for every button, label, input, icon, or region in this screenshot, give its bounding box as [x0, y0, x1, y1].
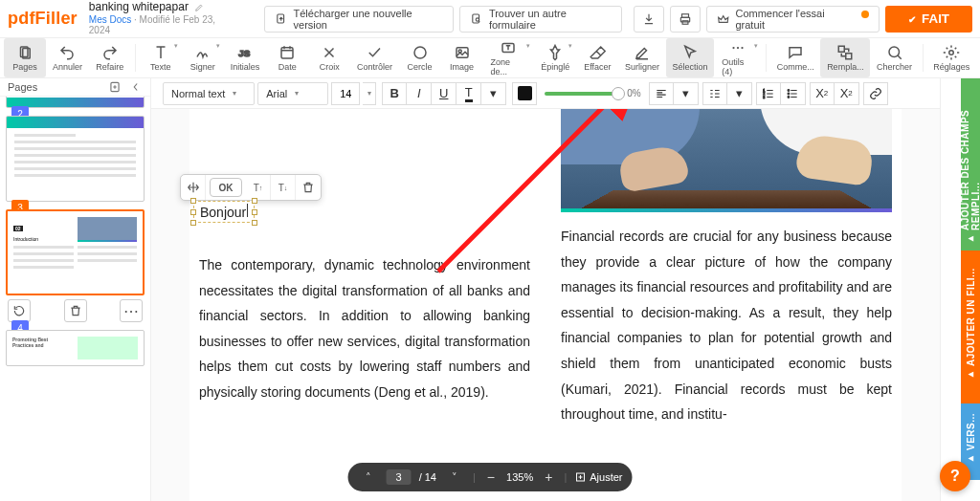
line-spacing-icon — [708, 87, 722, 100]
text-tool[interactable]: Texte▾ — [140, 38, 182, 77]
document-meta: Mes Docs · Modifié le Feb 23, 2024 — [89, 14, 234, 36]
align-left-button[interactable] — [649, 82, 674, 105]
svg-point-16 — [742, 47, 744, 49]
page-current[interactable]: 3 — [396, 471, 402, 483]
highlight-icon — [634, 44, 651, 61]
text-decrease-button[interactable]: T↓ — [271, 175, 296, 200]
link-icon — [869, 87, 882, 100]
italic-button[interactable]: I — [407, 82, 432, 105]
font-select[interactable]: Arial▾ — [257, 82, 328, 105]
comment-icon — [787, 44, 804, 61]
erase-tool[interactable]: Effacer — [576, 38, 618, 77]
pages-panel-label: Pages — [8, 81, 37, 93]
page-thumb-3[interactable]: 3 02Introduction ⋯ — [6, 209, 145, 322]
underline-button[interactable]: U — [432, 82, 457, 105]
zoom-in-button[interactable]: + — [541, 469, 556, 485]
list-bullet-icon — [786, 87, 799, 100]
doc-column-1: The contemporary, dynamic technology env… — [199, 252, 530, 427]
textzone-tool[interactable]: Zone de...▾ — [483, 38, 535, 77]
sub-button[interactable]: X2 — [835, 82, 859, 105]
text-color-dropdown[interactable]: ▾ — [481, 82, 506, 105]
download-button[interactable] — [634, 6, 664, 33]
link-button[interactable] — [863, 82, 888, 105]
replace-tool[interactable]: Rempla... — [820, 38, 870, 77]
fit-icon — [574, 471, 586, 483]
check-tool[interactable]: Contrôler — [350, 38, 398, 77]
font-size-input[interactable]: 14 — [331, 82, 360, 105]
upload-version-button[interactable]: Télécharger une nouvelle version — [264, 6, 454, 33]
cross-tool[interactable]: Croix — [308, 38, 350, 77]
tools-more[interactable]: Outils (4)▾ — [714, 38, 762, 77]
sign-icon — [194, 44, 212, 61]
next-page-button[interactable]: ˅ — [444, 467, 465, 488]
select-tool[interactable]: Sélection — [666, 38, 714, 77]
align-drop[interactable]: ▾ — [674, 82, 699, 105]
text-style-select[interactable]: Normal text▾ — [163, 82, 255, 105]
collapse-icon[interactable] — [129, 80, 143, 94]
pencil-icon[interactable] — [194, 3, 204, 12]
font-size-dropdown[interactable]: ▾ — [363, 82, 376, 105]
circle-tool[interactable]: Cercle — [399, 38, 441, 77]
date-tool[interactable]: Date — [266, 38, 308, 77]
fit-button[interactable]: Ajuster — [574, 471, 622, 483]
list-bullet-button[interactable] — [781, 82, 806, 105]
textbox-delete-button[interactable] — [296, 175, 321, 200]
bold-button[interactable]: B — [382, 82, 407, 105]
mydocs-link[interactable]: Mes Docs — [89, 14, 131, 25]
print-icon — [679, 12, 692, 26]
rail-add-fields[interactable]: ▸ AJOUTER DES CHAMPS REMPLI... — [961, 78, 980, 250]
page-thumb-2[interactable]: 2 — [6, 116, 145, 202]
rail-add-watermark[interactable]: ▸ AJOUTER UN FILI... — [961, 250, 980, 403]
rotate-page-button[interactable] — [8, 299, 31, 322]
doc-photo — [561, 109, 892, 212]
comment-tool[interactable]: Comme... — [770, 38, 820, 77]
initials-tool[interactable]: JSInitiales — [224, 38, 266, 77]
redo-tool[interactable]: Refaire — [89, 38, 131, 77]
svg-point-25 — [788, 93, 790, 95]
logo[interactable]: pdfFiller — [8, 9, 78, 29]
add-page-icon[interactable] — [108, 80, 122, 94]
doc-column-2: Financial records are crucial for any bu… — [561, 224, 892, 427]
check-icon — [366, 44, 383, 61]
text-increase-button[interactable]: T↑ — [246, 175, 271, 200]
swatch-button[interactable] — [512, 82, 537, 105]
highlight-tool[interactable]: Surligner — [618, 38, 666, 77]
sign-tool[interactable]: Signer▾ — [182, 38, 224, 77]
textbox-ok-button[interactable]: OK — [210, 178, 242, 197]
spacing-drop[interactable]: ▾ — [727, 82, 752, 105]
page-nav-bar: ˄ 3 / 14 ˅ | − 135% + | Ajuster — [348, 463, 633, 491]
prev-page-button[interactable]: ˄ — [358, 467, 379, 488]
start-trial-button[interactable]: Commencer l'essai gratuit — [706, 6, 880, 33]
undo-tool[interactable]: Annuler — [46, 38, 89, 77]
search-icon — [886, 44, 903, 61]
list-num-button[interactable]: 123 — [756, 82, 781, 105]
opacity-slider[interactable]: 0% — [545, 88, 640, 98]
line-spacing-button[interactable] — [702, 82, 727, 105]
done-button[interactable]: FAIT — [885, 6, 972, 33]
image-icon — [454, 44, 471, 61]
help-button[interactable]: ? — [940, 461, 970, 491]
svg-point-19 — [889, 47, 900, 57]
svg-point-10 — [414, 47, 426, 58]
move-handle[interactable] — [181, 175, 206, 200]
delete-page-button[interactable] — [64, 299, 87, 322]
rotate-icon — [12, 304, 26, 317]
sup-button[interactable]: X2 — [810, 82, 835, 105]
text-input-box[interactable]: Bonjour — [193, 201, 255, 223]
svg-rect-17 — [839, 46, 845, 52]
settings-tool[interactable]: Réglages — [927, 38, 976, 77]
find-form-button[interactable]: Trouver un autre formulaire — [459, 6, 622, 33]
page-more-button[interactable]: ⋯ — [120, 299, 143, 322]
text-color-button[interactable]: T — [457, 82, 481, 105]
search-tool[interactable]: Chercher — [870, 38, 918, 77]
textbox-toolbar: OK T↑ T↓ — [180, 174, 322, 201]
color-swatch — [518, 86, 532, 100]
document-info: banking whitepapar Mes Docs · Modifié le… — [89, 1, 234, 36]
page-thumb-4[interactable]: 4 Promoting BestPractices and — [6, 330, 145, 366]
zoom-out-button[interactable]: − — [483, 469, 499, 485]
image-tool[interactable]: Image — [441, 38, 483, 77]
print-button[interactable] — [670, 6, 701, 33]
pages-tool[interactable]: Pages — [4, 38, 46, 77]
right-gutter — [940, 78, 961, 501]
pin-tool[interactable]: Épinglé▾ — [534, 38, 576, 77]
